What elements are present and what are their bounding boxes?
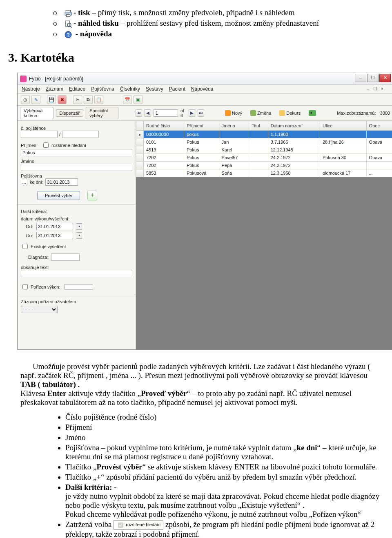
input-vykon[interactable] xyxy=(65,284,93,290)
table-cell: Karel xyxy=(219,146,249,154)
action-go[interactable]: ➜ xyxy=(306,109,319,117)
menu-item[interactable]: Sestavy xyxy=(146,86,163,92)
chk-ext-search[interactable] xyxy=(43,142,49,148)
minimize-button[interactable]: – xyxy=(355,74,366,82)
toolbar-btn-2[interactable]: ✎ xyxy=(31,95,40,104)
toolbar-cut[interactable]: ✂ xyxy=(73,95,82,104)
dd-od[interactable]: ▾ xyxy=(76,223,82,230)
toolbar-calendar[interactable]: 📅 xyxy=(123,95,132,104)
lbl-dalsi-kriteria: Další kritéria: xyxy=(21,209,132,214)
table-cell: Soňa xyxy=(219,169,249,177)
action-zmena[interactable]: Změna xyxy=(247,109,274,117)
table-header[interactable]: Obec xyxy=(366,121,392,131)
menu-item[interactable]: Záznam xyxy=(46,86,63,92)
toolbar-btn-1[interactable]: ◷ xyxy=(21,95,30,104)
input-prijmeni[interactable] xyxy=(21,149,132,156)
table-cell xyxy=(249,162,268,169)
input-cp-2[interactable] xyxy=(62,131,99,138)
btn-add-to-selection[interactable]: + xyxy=(87,191,97,200)
criteria-list: Číslo pojištěnce (rodné číslo) Příjmení … xyxy=(20,413,380,538)
max-records-value: 3000 xyxy=(380,111,390,116)
list-item: o? - nápověda xyxy=(53,29,384,38)
table-cell: 1.1.1900 xyxy=(268,131,320,138)
dd-do[interactable]: ▾ xyxy=(76,232,82,239)
table-cell: 4513 xyxy=(144,146,184,154)
table-row[interactable]: 4513PokusKarel12.12.1945 xyxy=(136,146,392,154)
nav-next[interactable]: ▶ xyxy=(189,109,195,117)
tab-dispenzar[interactable]: Dispenzář xyxy=(56,109,84,117)
table-cell xyxy=(249,131,268,138)
menu-item[interactable]: Nástroje xyxy=(22,86,40,92)
table-header[interactable]: Titul xyxy=(249,121,268,131)
mdi-restore[interactable]: ☐ xyxy=(373,86,377,91)
menu-item[interactable]: Nápověda xyxy=(191,86,214,92)
table-cell: Pokusová xyxy=(184,169,219,177)
nav-last[interactable]: ⏭ xyxy=(198,109,204,117)
menu-item[interactable]: Editace xyxy=(69,86,85,92)
mdi-close[interactable]: × xyxy=(381,86,383,91)
menu-item[interactable]: Pojišťovna xyxy=(91,86,114,92)
list-item: o- tisk – přímý tisk, s možností změny p… xyxy=(53,8,384,17)
menubar: NástrojeZáznamEditacePojišťovnaČíselníky… xyxy=(18,84,392,94)
toolbar-cancel[interactable]: ✖ xyxy=(58,95,67,104)
action-novy[interactable]: Nový xyxy=(222,109,245,117)
input-diagnoza[interactable] xyxy=(51,253,80,261)
svg-line-5 xyxy=(71,26,72,27)
toolbar-save[interactable]: 💾 xyxy=(47,95,56,104)
table-cell xyxy=(366,146,392,154)
table-header[interactable]: Jméno xyxy=(219,121,249,131)
chk-porizen-vykon[interactable] xyxy=(22,284,28,289)
table-cell: Opava xyxy=(366,138,392,146)
tab-specialni[interactable]: Speciální výběry xyxy=(86,107,118,119)
nav-prev[interactable]: ◀ xyxy=(145,109,151,117)
table-header[interactable]: Ulice xyxy=(320,121,366,131)
inline-ext-search-image: rozšířené hledání xyxy=(114,520,163,530)
table-cell: Jan xyxy=(219,138,249,146)
select-user[interactable]: ------- xyxy=(21,306,58,313)
btn-provest-vyber[interactable]: Provést výběr xyxy=(37,191,80,200)
section-heading: 3. Kartotéka xyxy=(8,51,384,64)
table-cell: 7202 xyxy=(144,154,184,162)
input-cp-1[interactable] xyxy=(21,131,58,138)
description-text: Umožňuje provést výběr pacientů podle za… xyxy=(20,362,380,538)
toolbar-paste[interactable]: 📋 xyxy=(94,95,103,104)
maximize-button[interactable]: ☐ xyxy=(367,74,379,82)
action-dekurs[interactable]: Dekurs xyxy=(276,109,303,117)
max-records-label: Max.zobr.záznamů: xyxy=(337,111,376,116)
table-row[interactable]: 7202PokusPepa24.2.1972 xyxy=(136,162,392,169)
table-cell: Pavel57 xyxy=(219,154,249,162)
table-row[interactable]: 0101PokusJan3.7.196528.října 26Opava xyxy=(136,138,392,146)
input-jmeno[interactable] xyxy=(21,164,132,171)
table-cell: 12.12.1945 xyxy=(268,146,320,154)
app-icon xyxy=(20,76,27,82)
toolbar-action-2[interactable]: ▣ xyxy=(134,95,143,104)
nav-page-input[interactable] xyxy=(154,109,178,117)
table-header[interactable]: Příjmení xyxy=(184,121,219,131)
table-row[interactable]: 000000000pokus1.1.1900 xyxy=(136,131,392,138)
input-obsahuje-text[interactable] xyxy=(21,270,132,277)
table-row[interactable]: 7202PokusPavel5724.2.1972Pokusná 30Opava xyxy=(136,154,392,162)
chk-existuje-vysetreni[interactable] xyxy=(22,244,28,249)
close-button[interactable]: ✕ xyxy=(379,74,391,82)
table-header[interactable]: Datum narození xyxy=(268,121,320,131)
table-cell: 12.3.1958 xyxy=(268,169,320,177)
menu-item[interactable]: Pacient xyxy=(169,86,185,92)
table-header[interactable]: Rodné číslo xyxy=(144,121,184,131)
table-row[interactable]: 5853PokusováSoňa12.3.1958olomoucká 17... xyxy=(136,169,392,177)
btn-pojistovna-lookup[interactable]: ... xyxy=(21,179,27,185)
table-cell xyxy=(320,131,366,138)
menu-item[interactable]: Číselníky xyxy=(120,86,140,92)
input-kedni[interactable] xyxy=(45,178,78,186)
nav-first[interactable]: ⏮ xyxy=(136,109,142,117)
toolbar-copy[interactable]: ⧉ xyxy=(84,95,93,104)
tab-vyberova[interactable]: Výběrová kritéria xyxy=(20,107,53,119)
table-cell xyxy=(249,138,268,146)
list-item: o- náhled tisku – prohlížení sestavy pře… xyxy=(53,19,384,28)
table-cell xyxy=(366,131,392,138)
lbl-jmeno: Jméno xyxy=(21,159,132,164)
mdi-minimize[interactable]: – xyxy=(367,86,369,91)
table-cell: 5853 xyxy=(144,169,184,177)
input-do[interactable] xyxy=(36,232,73,239)
table-cell: Pokus xyxy=(184,146,219,154)
input-od[interactable] xyxy=(36,223,73,230)
